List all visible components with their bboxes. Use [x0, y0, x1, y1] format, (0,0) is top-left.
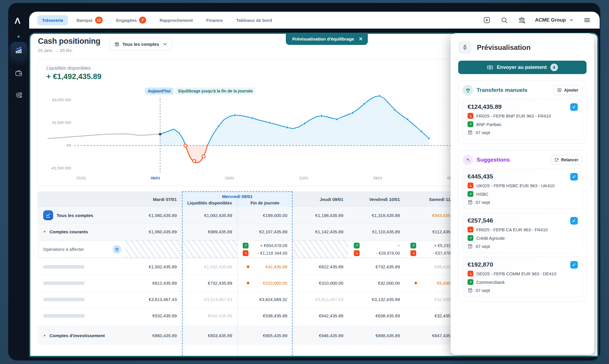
amount-cell: €622,435.89 [293, 259, 349, 275]
notification-dot [18, 36, 20, 38]
tab-rapprochement[interactable]: Rapprochement [155, 15, 197, 25]
sidebar-item-cashflow[interactable] [10, 42, 27, 58]
caret-down-icon: ▼ [43, 230, 46, 233]
menu-button[interactable] [583, 16, 592, 24]
relaunch-suggestions-button[interactable]: Relancer [550, 155, 582, 165]
header-sub-fin-journee: Fin de journée [237, 199, 293, 207]
wallet-icon [14, 69, 23, 77]
row-label-cell: ▼Comptes courants [37, 224, 125, 240]
topbar: Trésorerie Banque12 Engagées7 Rapprochem… [29, 12, 600, 29]
suggestion-item[interactable]: €257,546 ✓ ↘FR025 - FEPB CA EUR 963 - FR… [463, 213, 582, 253]
transfer-item[interactable]: €124,435.89 ✓ ↘FR025 - FEPB BNP EUR 963 … [463, 99, 582, 139]
bank-search-button[interactable] [517, 16, 526, 24]
topbar-actions: ACME Group [482, 12, 592, 29]
panel-title: Prévisualisation [477, 43, 531, 52]
tab-finance[interactable]: Finance [202, 15, 228, 25]
tab-label: Finance [206, 18, 223, 23]
label-skeleton [43, 298, 85, 301]
header-day: Jeudi 09/01 [293, 191, 349, 207]
amount-cell: €642,435.89 [293, 308, 349, 324]
svg-text:22/01: 22/01 [299, 176, 309, 180]
y-axis-labels: €3,000 000 €1,500 000 €0 -€1,500 000 [51, 98, 71, 170]
x-axis-labels: 01/01 08/01 15/01 22/01 29/01 05/02 [77, 176, 457, 180]
banknote-icon [487, 64, 493, 71]
svg-text:29/01: 29/01 [373, 176, 383, 180]
hamburger-icon [583, 16, 591, 24]
row-label: Opérations à affecter [43, 247, 84, 252]
panel-header: Prévisualisation [458, 41, 587, 54]
amount-cell: €638,435.89 [349, 308, 405, 324]
amount-cell-muted: €532,435.89 [182, 308, 237, 324]
suggestion-checkbox[interactable]: ✓ [570, 217, 578, 225]
pin-icon[interactable] [458, 41, 472, 54]
amount-cell: €1,092,435.89 [182, 207, 237, 223]
today-point [159, 133, 162, 136]
tab-label: Engagées [116, 18, 137, 23]
destination-bank: Crédit Agricole [476, 236, 505, 241]
amount-cell: €732,435.89 [182, 275, 237, 291]
flows-cell: ↗+ €654,678.09 ↘- €1,218 344.00 [237, 240, 293, 258]
tab-tableaux-de-bord[interactable]: Tableaux de bord [232, 15, 277, 25]
outflow-icon: ↘ [468, 113, 473, 119]
suggestion-checkbox[interactable]: ✓ [570, 173, 578, 181]
search-button[interactable] [500, 16, 509, 24]
svg-text:€0: €0 [67, 143, 71, 148]
main-tabs: Trésorerie Banque12 Engagées7 Rapprochem… [29, 14, 277, 26]
header-group-title: Mercredi 08/01 [182, 191, 293, 199]
suggestion-item[interactable]: €192,870 ✓ ↘DE025 - FEPB COMM EUR 963 - … [463, 257, 582, 297]
suggestion-checkbox[interactable]: ✓ [570, 261, 578, 269]
account-filter-dropdown[interactable]: Tous les comptes [110, 38, 172, 50]
row-label-cell: Opérations à affecter [37, 240, 125, 258]
tab-engagees[interactable]: Engagées7 [111, 14, 151, 26]
org-selector[interactable]: ACME Group [535, 17, 574, 23]
chevron-down-icon [162, 41, 168, 47]
bank-assign-icon[interactable] [113, 245, 121, 254]
flows-cell: ↗-- ↘- €28,978.00 [349, 240, 405, 258]
destination-bank: Commerzbank [476, 280, 505, 285]
outflow-value: - €28,978.00 [376, 251, 400, 256]
source-account: FR025 - FEPB CA EUR 963 - FR410 [476, 227, 548, 232]
transfer-checkbox[interactable]: ✓ [570, 103, 578, 111]
close-icon[interactable]: ✕ [359, 36, 363, 42]
amount-cell: €612,435.89 [125, 275, 182, 291]
send-count-badge: 4 [550, 64, 558, 71]
inflow-value: -- [397, 243, 400, 248]
preview-mode-tab[interactable]: Prévisualisation d'équilibrage ✕ [286, 33, 368, 45]
section-title: Suggestions [477, 157, 510, 163]
svg-text:01/01: 01/01 [77, 176, 86, 180]
inflow-icon: ↗ [468, 191, 473, 197]
suggestion-item[interactable]: €445,435 ✓ ↘UK025 - FEPB HSBC EUR 963 - … [463, 169, 582, 209]
inflow-icon: ↗ [243, 243, 249, 249]
amount-cell: €1,060,435.89 [125, 207, 182, 223]
alert-dot [247, 265, 249, 268]
svg-text:15/01: 15/01 [225, 176, 235, 180]
amount-cell: €3,624,569.32 [237, 291, 293, 307]
add-transfer-button[interactable]: Ajouter [553, 85, 582, 95]
sidebar-item-magnet[interactable] [10, 87, 27, 103]
amount-cell: €1,060,435.89 [125, 224, 182, 240]
sidebar-item-wallet[interactable] [10, 65, 27, 81]
tab-banque[interactable]: Banque12 [72, 14, 107, 26]
add-button[interactable] [482, 16, 491, 24]
unavailable-cell [125, 240, 182, 258]
amount-cell: €860,435.89 [125, 326, 182, 345]
outflow-icon: ↘ [354, 250, 360, 256]
suggestion-amount: €445,435 [468, 173, 577, 180]
row-label-cell [37, 308, 125, 324]
outflow-icon: ↘ [468, 271, 473, 276]
svg-text:€1,500 000: €1,500 000 [52, 120, 71, 125]
label-skeleton [43, 281, 85, 285]
inflow-icon: ↗ [354, 243, 360, 249]
tab-tresorerie[interactable]: Trésorerie [37, 15, 68, 25]
header-day: Vendredi 10/01 [349, 191, 405, 207]
outflow-icon: ↘ [410, 250, 416, 256]
sparkles-icon [463, 155, 473, 165]
svg-text:€3,000 000: €3,000 000 [52, 98, 71, 102]
header-day: Mardi 07/01 [125, 191, 182, 207]
row-label-cell [37, 259, 125, 275]
unavailable-cell [182, 240, 237, 258]
account-filter-value: Tous les comptes [123, 42, 159, 47]
amount-cell-muted: €1,932,435.89 [182, 259, 237, 275]
header-day-group: Mercredi 08/01 Liquidités disponibles Fi… [182, 191, 293, 207]
send-to-payment-button[interactable]: Envoyer au paiement 4 [458, 61, 587, 74]
